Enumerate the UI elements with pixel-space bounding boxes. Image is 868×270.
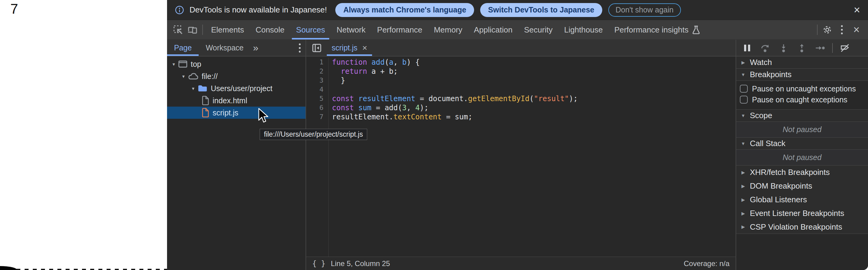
tab-network[interactable]: Network [331,20,371,39]
file-js-icon [201,108,210,118]
tab-lighthouse[interactable]: Lighthouse [558,20,608,39]
collapse-arrow-icon: ▶ [740,197,746,203]
section-label: Event Listener Breakpoints [750,209,844,218]
tree-item-index.html[interactable]: index.html [167,94,306,107]
tree-item-top[interactable]: ▾top [167,58,306,70]
tab-elements[interactable]: Elements [205,20,250,39]
infobar-close-icon[interactable]: × [854,5,860,16]
collapse-arrow-icon: ▶ [740,211,746,216]
mouse-cursor [256,108,269,126]
tab-application[interactable]: Application [468,20,518,39]
line-number: 2 [306,67,323,76]
section-watch[interactable]: ▶Watch [736,57,868,69]
coverage-text: Coverage: n/a [684,259,730,268]
editor-tab-scriptjs[interactable]: script.js × [327,40,372,56]
line-number: 7 [306,112,323,121]
section-breakpoints[interactable]: ▼Breakpoints [736,69,868,81]
line-number: 1 [306,58,323,67]
section-label: Breakpoints [750,70,792,79]
tab-console[interactable]: Console [250,20,290,39]
expand-arrow-icon: ▼ [740,113,746,118]
cloud-icon [188,72,198,80]
close-icon[interactable]: × [849,20,864,39]
sources-panel: PageWorkspace » ▾top▾file://▾Users/user/… [167,40,868,270]
section-global-listeners[interactable]: ▶Global Listeners [736,193,868,207]
editor-tab-label: script.js [332,43,358,52]
editor-tab-close-icon[interactable]: × [362,43,367,53]
navigator-menu-icon[interactable] [299,43,301,53]
expand-arrow-icon: ▼ [740,72,746,77]
navigator-tab-workspace[interactable]: Workspace [198,40,251,56]
section-label: DOM Breakpoints [750,181,812,191]
expand-arrow-icon[interactable]: ▾ [190,86,196,91]
editor-status-bar: { } Line 5, Column 25 Coverage: n/a [306,257,736,270]
settings-gear-icon[interactable] [820,20,835,39]
hide-navigator-icon[interactable] [312,43,322,53]
tree-item-label: top [191,60,202,69]
infobar-buttons: Always match Chrome's languageSwitch Dev… [335,3,681,17]
breakpoints-options: Pause on uncaught exceptionsPause on cau… [736,81,868,110]
section-scope[interactable]: ▼Scope [736,110,868,122]
editor-tab-strip: script.js × [306,40,736,57]
tab-sources[interactable]: Sources [290,20,331,39]
tab-label: Sources [296,25,325,35]
inspect-icon[interactable] [171,20,185,39]
checkbox-label: Pause on caught exceptions [752,95,847,104]
debugger-sidebar: ▶Watch▼BreakpointsPause on uncaught exce… [736,40,868,270]
device-toolbar-icon[interactable] [185,20,200,39]
tab-performance[interactable]: Performance [371,20,428,39]
navigator-tab-page[interactable]: Page [167,40,198,56]
section-event-listener-breakpoints[interactable]: ▶Event Listener Breakpoints [736,207,868,220]
folder-icon [197,84,208,93]
line-number: 5 [306,94,323,103]
collapse-arrow-icon: ▶ [740,170,746,175]
tree-item-script.js[interactable]: script.js [167,107,306,119]
more-menu-icon[interactable] [835,20,849,39]
checkbox-pause-on-caught-exceptions[interactable]: Pause on caught exceptions [736,94,868,105]
code-line: const sum = add(3, 4); [332,103,578,112]
expand-arrow-icon[interactable]: ▾ [180,73,186,79]
section-csp-violation-breakpoints[interactable]: ▶CSP Violation Breakpoints [736,220,868,234]
tab-performance-insights[interactable]: Performance insights [609,20,706,39]
code-line: function add(a, b) { [332,58,578,67]
step-over-icon[interactable] [759,44,771,52]
tab-memory[interactable]: Memory [428,20,468,39]
deactivate-breakpoints-icon[interactable] [839,43,851,53]
section-label: Watch [750,58,772,67]
step-out-icon[interactable] [796,44,808,52]
checkbox-box[interactable] [740,96,748,103]
code-line: } [332,76,578,85]
file-tree: ▾top▾file://▾Users/user/projectindex.htm… [167,57,306,270]
editor-column: script.js × 1234567 function add(a, b) {… [306,40,736,270]
infobar-button-always-match-chrome-s-language[interactable]: Always match Chrome's language [335,3,474,17]
code-editor[interactable]: 1234567 function add(a, b) { return a + … [306,57,736,257]
tab-label: Memory [434,25,462,35]
language-infobar: DevTools is now available in Japanese! A… [167,0,868,20]
pause-icon[interactable] [741,44,753,52]
section-xhr-fetch-breakpoints[interactable]: ▶XHR/fetch Breakpoints [736,166,868,179]
line-number: 3 [306,76,323,85]
infobar-button-don-t-show-again[interactable]: Don't show again [608,3,681,17]
pretty-print-icon[interactable]: { } [312,259,325,268]
more-tabs-icon[interactable]: » [251,42,261,54]
checkbox-pause-on-uncaught-exceptions[interactable]: Pause on uncaught exceptions [736,83,868,94]
section-call-stack[interactable]: ▼Call Stack [736,138,868,150]
step-into-icon[interactable] [777,44,789,52]
not-paused-status: Not paused [736,150,868,166]
checkbox-box[interactable] [740,85,748,93]
frame-icon [178,60,188,68]
tree-item-label: script.js [213,109,239,117]
expand-arrow-icon[interactable]: ▾ [171,61,177,67]
code-line [332,85,578,94]
step-icon[interactable] [814,44,826,52]
section-dom-breakpoints[interactable]: ▶DOM Breakpoints [736,179,868,193]
devtools-main-toolbar: ElementsConsoleSourcesNetworkPerformance… [167,20,868,40]
tree-item-users-user-project[interactable]: ▾Users/user/project [167,82,306,94]
infobar-button-switch-devtools-to-japanese[interactable]: Switch DevTools to Japanese [480,3,602,17]
tree-item-file-[interactable]: ▾file:// [167,70,306,82]
tab-security[interactable]: Security [519,20,559,39]
page-result-text: 7 [10,1,18,17]
code-line: resultElement.textContent = sum; [332,112,578,121]
page-bottom-dashes [0,269,167,270]
toolbar-separator [202,25,203,35]
